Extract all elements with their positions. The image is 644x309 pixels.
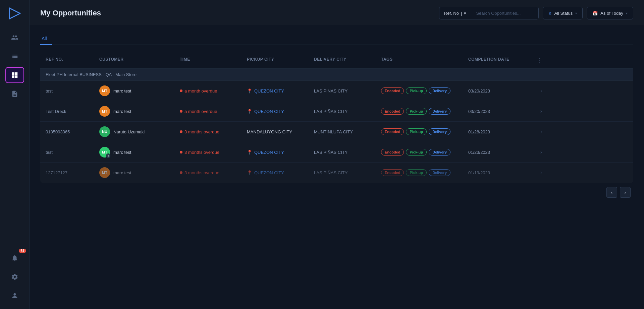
tag-encoded: Encoded <box>381 149 404 156</box>
customer-name: marc test <box>113 88 131 94</box>
row-arrow[interactable]: › <box>529 129 542 135</box>
col-options[interactable]: ⋮ <box>529 57 542 64</box>
tag-encoded: Encoded <box>381 108 404 115</box>
pickup-city-cell: MANDALUYONG CITY <box>247 129 314 134</box>
overdue-indicator <box>180 151 182 153</box>
app-logo[interactable] <box>7 5 23 21</box>
tag-encoded: Encoded <box>381 87 404 94</box>
col-pickup-city: Pickup City <box>247 57 314 64</box>
tag-encoded: Encoded <box>381 128 404 135</box>
group-header: Fleet PH Internal BUSINESS - QA - Main S… <box>40 69 633 81</box>
search-filter-label: Ref. No <box>444 11 459 16</box>
time-cell: a month overdue <box>180 109 247 114</box>
status-filter-label: All Status <box>554 11 573 16</box>
overdue-indicator <box>180 171 182 174</box>
page-title: My Opportunities <box>40 9 101 17</box>
row-arrow[interactable]: › <box>529 88 542 94</box>
sidebar-item-people[interactable] <box>5 29 24 46</box>
time-status: a month overdue <box>184 109 217 114</box>
tags-cell: Encoded Pick-up Delivery <box>381 149 468 156</box>
pin-icon: 📍 <box>247 170 252 175</box>
main-content: My Opportunities Ref. No | ▾ ⧖ All Statu… <box>30 0 644 309</box>
time-cell: 3 months overdue <box>180 150 247 155</box>
tab-all[interactable]: All <box>40 33 52 45</box>
table-row[interactable]: test MT ↑ marc test 3 months overdue 📍 Q… <box>40 142 633 163</box>
avatar: MT <box>99 167 110 178</box>
tag-pickup: Pick-up <box>406 108 427 115</box>
table-row[interactable]: 127127127 MT marc test 3 months overdue … <box>40 163 633 183</box>
ref-no-cell: test <box>46 88 99 94</box>
search-input[interactable] <box>471 11 538 16</box>
date-chevron-icon: ▾ <box>626 11 628 15</box>
delivery-city-cell: MUNTINLUPA CITY <box>314 129 381 134</box>
pickup-city-cell: 📍 QUEZON CITY <box>247 150 314 155</box>
svg-marker-0 <box>9 8 20 19</box>
overdue-indicator <box>180 110 182 113</box>
sidebar-item-board[interactable] <box>5 67 24 83</box>
search-group: Ref. No | ▾ <box>439 7 539 19</box>
row-arrow[interactable]: › <box>529 149 542 155</box>
pagination: ‹ › <box>40 183 633 202</box>
completion-date-cell: 03/20/2023 <box>468 88 529 94</box>
tags-cell: Encoded Pick-up Delivery <box>381 128 468 135</box>
calendar-icon: 📅 <box>592 11 598 16</box>
status-filter-dropdown[interactable]: ⧖ All Status ▾ <box>543 7 583 19</box>
customer-cell: MT marc test <box>99 85 180 96</box>
tag-delivery: Delivery <box>429 169 450 176</box>
sidebar-item-file[interactable] <box>5 86 24 102</box>
tag-delivery: Delivery <box>429 149 450 156</box>
time-cell: a month overdue <box>180 88 247 94</box>
next-page-button[interactable]: › <box>620 187 631 198</box>
notifications-wrapper: 61 <box>5 250 24 266</box>
sidebar-item-settings[interactable] <box>5 269 24 285</box>
row-arrow[interactable]: › <box>529 108 542 114</box>
header-controls: Ref. No | ▾ ⧖ All Status ▾ 📅 As of Today… <box>439 7 633 19</box>
tag-encoded: Encoded <box>381 169 404 176</box>
time-status: a month overdue <box>184 88 217 94</box>
ref-no-cell: 0185093365 <box>46 129 99 134</box>
col-time: Time <box>180 57 247 64</box>
row-arrow[interactable]: › <box>529 170 542 176</box>
upload-badge: ↑ <box>106 153 111 158</box>
customer-name: marc test <box>113 170 131 175</box>
pin-icon: 📍 <box>247 150 252 155</box>
ref-no-cell: test <box>46 150 99 155</box>
customer-cell: MT ↑ marc test <box>99 147 180 158</box>
delivery-city-cell: LAS PIÑAS CITY <box>314 170 381 175</box>
col-customer: Customer <box>99 57 180 64</box>
delivery-city-cell: LAS PIÑAS CITY <box>314 109 381 114</box>
date-filter-dropdown[interactable]: 📅 As of Today ▾ <box>587 7 633 19</box>
completion-date-cell: 01/23/2023 <box>468 150 529 155</box>
tags-cell: Encoded Pick-up Delivery <box>381 169 468 176</box>
content-area: All Ref No. Customer Time Pickup City De… <box>30 25 644 309</box>
customer-name: Naruto Uzumaki <box>113 129 145 134</box>
notification-badge: 61 <box>19 249 26 253</box>
col-ref-no: Ref No. <box>46 57 99 64</box>
status-chevron-icon: ▾ <box>575 11 577 15</box>
tag-pickup: Pick-up <box>406 87 427 94</box>
completion-date-cell: 01/28/2023 <box>468 129 529 134</box>
sidebar-item-profile[interactable] <box>5 288 24 304</box>
completion-date-cell: 01/19/2023 <box>468 170 529 175</box>
overdue-indicator <box>180 130 182 133</box>
search-filter-chevron: | <box>461 11 462 16</box>
time-status: 3 months overdue <box>184 150 219 155</box>
table-row[interactable]: Test Dreck MT marc test a month overdue … <box>40 101 633 122</box>
table-row[interactable]: 0185093365 NU Naruto Uzumaki 3 months ov… <box>40 122 633 142</box>
tag-pickup: Pick-up <box>406 128 427 135</box>
pin-icon: 📍 <box>247 88 252 94</box>
avatar: MT ↑ <box>99 147 110 158</box>
completion-date-cell: 03/20/2023 <box>468 109 529 114</box>
delivery-city-cell: LAS PIÑAS CITY <box>314 150 381 155</box>
tag-delivery: Delivery <box>429 87 450 94</box>
sidebar-item-list[interactable] <box>5 48 24 64</box>
time-cell: 3 months overdue <box>180 129 247 134</box>
avatar: MT <box>99 85 110 96</box>
search-filter-dropdown[interactable]: Ref. No | ▾ <box>439 7 471 19</box>
customer-cell: NU Naruto Uzumaki <box>99 126 180 137</box>
table-row[interactable]: test MT marc test a month overdue 📍 QUEZ… <box>40 81 633 101</box>
prev-page-button[interactable]: ‹ <box>606 187 617 198</box>
table-header-row: Ref No. Customer Time Pickup City Delive… <box>40 53 633 69</box>
avatar: NU <box>99 126 110 137</box>
tags-cell: Encoded Pick-up Delivery <box>381 108 468 115</box>
